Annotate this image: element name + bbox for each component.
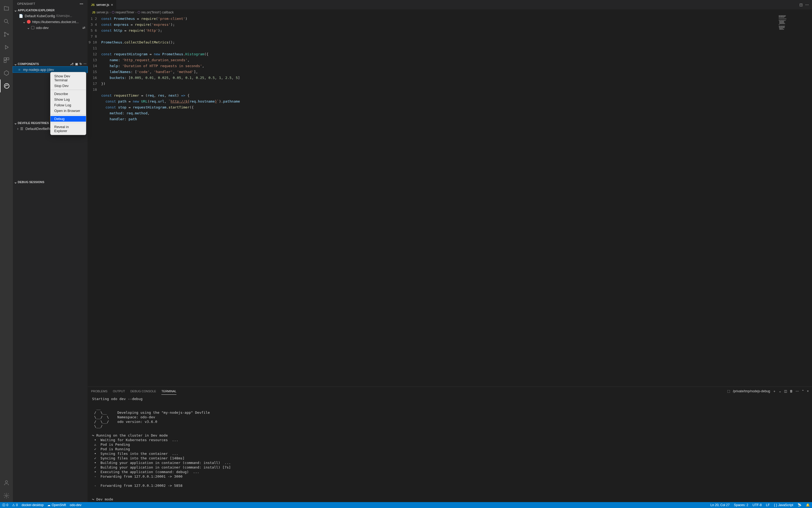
debug-icon[interactable] — [0, 41, 13, 54]
section-application-explorer[interactable]: APPLICATION EXPLORER — [13, 7, 88, 13]
close-icon[interactable]: × — [111, 3, 113, 7]
svg-point-1 — [4, 32, 5, 33]
openshift-status[interactable]: ☁ OpenShift — [47, 503, 66, 507]
chevron-down-icon — [27, 26, 30, 30]
bell-icon[interactable]: 🔔 — [806, 503, 810, 507]
chevron-up-icon[interactable]: ⌃ — [802, 389, 804, 393]
context-menu: Show Dev Terminal Stop Dev Describe Show… — [50, 72, 86, 135]
close-icon[interactable]: × — [807, 389, 809, 393]
panel-tabs: PROBLEMS OUTPUT DEBUG CONSOLE TERMINAL ⬚… — [88, 387, 812, 395]
section-label: APPLICATION EXPLORER — [18, 9, 54, 12]
svg-rect-4 — [4, 58, 6, 60]
menu-follow-log[interactable]: Follow Log — [50, 102, 86, 108]
editor-body[interactable]: 1 2 3 4 5 6 7 8 9 10 11 12 13 14 15 16 1… — [88, 15, 812, 387]
openshift-icon[interactable] — [0, 80, 13, 92]
section-label: DEBUG SESSIONS — [18, 180, 44, 184]
lang-status[interactable]: { } JavaScript — [774, 503, 793, 507]
extensions-icon[interactable] — [0, 54, 13, 67]
k8s-context[interactable]: docker-desktop — [22, 503, 43, 507]
tree-label: odo-dev — [36, 26, 49, 30]
tree-row-kubeconfig[interactable]: 📄 Default KubeConfig /Users/pv... — [13, 13, 88, 19]
folder-icon[interactable]: ▣ — [75, 62, 78, 66]
terminal-body[interactable]: Starting odo dev --debug __ / \__ Develo… — [88, 395, 812, 502]
function-icon: ⬡ — [112, 10, 114, 14]
tree-row-namespace[interactable]: odo-dev ⇄ — [13, 25, 88, 31]
kubernetes-icon[interactable] — [0, 67, 13, 80]
cursor-pos[interactable]: Ln 20, Col 27 — [711, 503, 730, 507]
activity-bar — [0, 0, 13, 502]
statusbar: ⓧ 0 ⚠ 0 docker-desktop ☁ OpenShift odo-d… — [0, 502, 812, 508]
menu-debug[interactable]: Debug — [50, 116, 86, 122]
chevron-down-icon — [14, 121, 17, 125]
breadcrumb-symbol: res.on('finish') callback — [141, 10, 174, 14]
chevron-down-icon — [14, 8, 17, 12]
more-icon[interactable]: ⋯ — [805, 3, 809, 7]
breadcrumb[interactable]: JS server.js › ⬡ requestTimer › ⬡ res.on… — [88, 9, 812, 15]
svg-point-9 — [5, 480, 7, 483]
svg-rect-5 — [7, 58, 9, 60]
more-icon[interactable]: ⋯ — [796, 389, 799, 393]
chevron-down-icon — [14, 62, 17, 66]
errors-count[interactable]: ⓧ 0 — [2, 503, 8, 507]
tab-problems[interactable]: PROBLEMS — [91, 388, 108, 394]
account-icon[interactable] — [0, 476, 13, 489]
line-gutter: 1 2 3 4 5 6 7 8 9 10 11 12 13 14 15 16 1… — [88, 15, 101, 387]
sync-icon[interactable]: ⇄ — [82, 26, 85, 30]
file-icon: 📄 — [19, 14, 23, 18]
svg-point-10 — [6, 495, 7, 497]
menu-show-log[interactable]: Show Log — [50, 97, 86, 102]
tree-row-cluster[interactable]: https://kubernetes.docker.int... — [13, 19, 88, 25]
section-debug-sessions[interactable]: DEBUG SESSIONS — [13, 179, 88, 185]
section-components[interactable]: COMPONENTS ⎇ ▣ ↻ ⋯ — [13, 61, 88, 67]
feedback-icon[interactable]: 📡 — [798, 503, 802, 507]
code-content[interactable]: const Prometheus = require('prom-client'… — [101, 15, 812, 387]
more-icon[interactable]: ••• — [80, 2, 83, 5]
cluster-icon — [27, 20, 31, 24]
explorer-icon[interactable] — [0, 2, 13, 15]
indent-status[interactable]: Spaces: 2 — [734, 503, 748, 507]
tab-terminal[interactable]: TERMINAL — [161, 388, 176, 395]
minimap[interactable]: ████ ████████ ██████ ████ ███████ ██████… — [779, 15, 808, 69]
encoding-status[interactable]: UTF-8 — [753, 503, 762, 507]
tree-label: https://kubernetes.docker.int... — [32, 20, 79, 24]
split-terminal-icon[interactable]: ◫ — [784, 389, 787, 393]
chevron-right-icon — [17, 126, 18, 131]
svg-point-8 — [4, 84, 9, 88]
tab-debug-console[interactable]: DEBUG CONSOLE — [130, 388, 156, 394]
namespace-icon — [31, 26, 34, 29]
chevron-down-icon[interactable]: ⌄ — [779, 389, 781, 393]
breadcrumb-file: server.js — [96, 10, 109, 14]
terminal-tab-icon[interactable]: ⬚ — [727, 389, 730, 393]
search-icon[interactable] — [0, 15, 13, 28]
tree-detail: /Users/pv... — [56, 14, 72, 18]
section-label: DEVFILE REGISTRIES — [18, 121, 49, 125]
menu-separator — [50, 90, 86, 90]
tab-server-js[interactable]: JS server.js × — [88, 0, 117, 9]
js-icon: JS — [91, 3, 94, 6]
new-terminal-icon[interactable]: ＋ — [773, 389, 776, 394]
trash-icon[interactable]: 🗑 — [790, 389, 793, 393]
refresh-icon[interactable]: ↻ — [80, 62, 82, 66]
namespace-status[interactable]: odo-dev — [70, 503, 81, 507]
tab-output[interactable]: OUTPUT — [113, 388, 125, 394]
tree-label: my-nodejs-app (dev — [23, 68, 54, 72]
menu-show-dev-terminal[interactable]: Show Dev Terminal — [50, 73, 86, 83]
function-icon: ⬡ — [137, 10, 140, 14]
gear-icon[interactable] — [0, 489, 13, 502]
editor-area: JS server.js × ◫ ⋯ JS server.js › ⬡ requ… — [88, 0, 812, 502]
tree-label: Default KubeConfig — [25, 14, 55, 18]
terminal-cwd: /private/tmp/nodejs-debug — [733, 389, 770, 393]
tab-bar: JS server.js × ◫ ⋯ — [88, 0, 812, 9]
menu-open-in-browser[interactable]: Open in Browser — [50, 108, 86, 114]
more-icon[interactable]: ⋯ — [84, 62, 86, 66]
tab-label: server.js — [96, 3, 109, 7]
warnings-count[interactable]: ⚠ 0 — [12, 503, 18, 507]
split-editor-icon[interactable]: ◫ — [799, 3, 803, 7]
tree-row-component[interactable]: ≡ my-nodejs-app (dev — [13, 67, 88, 73]
scm-icon[interactable] — [0, 28, 13, 41]
menu-stop-dev[interactable]: Stop Dev — [50, 83, 86, 89]
menu-reveal-in-explorer[interactable]: Reveal in Explorer — [50, 124, 86, 134]
menu-describe[interactable]: Describe — [50, 91, 86, 97]
eol-status[interactable]: LF — [766, 503, 770, 507]
branch-icon[interactable]: ⎇ — [70, 62, 74, 66]
